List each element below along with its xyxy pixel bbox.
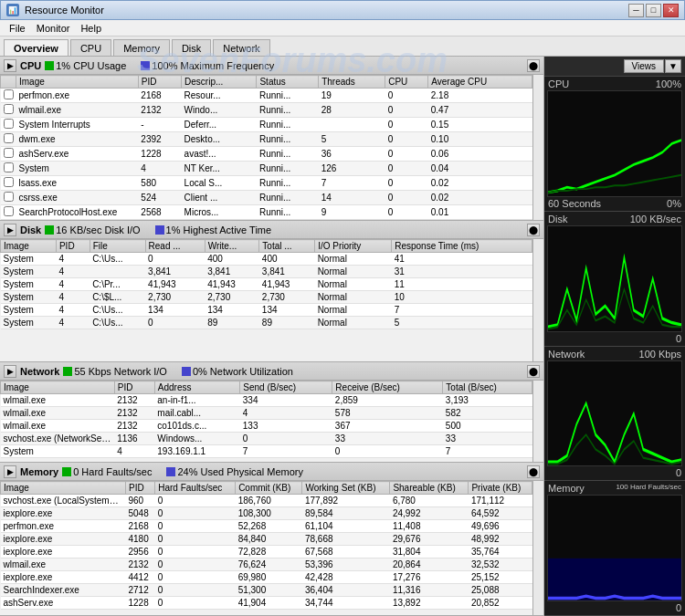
menu-monitor[interactable]: Monitor	[31, 22, 76, 35]
disk-scrollbar[interactable]	[532, 239, 543, 361]
table-row[interactable]: wlmail.exe 2132 Windo... Runni... 28 0 0…	[1, 103, 532, 118]
disk-col-file[interactable]: File	[90, 240, 145, 253]
table-row[interactable]: svchost.exe (LocalSystemNetwo... 960 0 1…	[1, 495, 532, 507]
network-expand-btn[interactable]: ⬤	[527, 365, 540, 378]
table-row[interactable]: System 4 3,841 3,841 3,841 Normal 31	[1, 266, 532, 278]
cpu-col-check[interactable]	[1, 76, 16, 89]
collapse-network-btn[interactable]: ▶	[4, 365, 16, 378]
table-row[interactable]: perfmon.exe 2168 Resour... Runni... 19 0…	[1, 89, 532, 103]
memory-scrollbar[interactable]	[532, 481, 543, 615]
table-row[interactable]: iexplore.exe 4180 0 84,840 78,668 29,676…	[1, 533, 532, 546]
cpu-col-desc[interactable]: Descrip...	[182, 76, 257, 89]
table-row[interactable]: System 4 C:\Pr... 41,943 41,943 41,943 N…	[1, 278, 532, 291]
table-row[interactable]: System 4 C:\Us... 0 89 89 Normal 5	[1, 317, 532, 329]
table-row[interactable]: System 4 NT Ker... Runni... 126 0 0.04	[1, 162, 532, 176]
collapse-cpu-btn[interactable]: ▶	[4, 59, 16, 72]
maximize-button[interactable]: □	[646, 4, 661, 17]
net-col-pid[interactable]: PID	[114, 381, 154, 394]
cpu-col-status[interactable]: Status	[257, 76, 319, 89]
mem-col-private[interactable]: Private (KB)	[469, 482, 532, 495]
row-checkbox[interactable]	[4, 104, 14, 114]
network-scrollbar[interactable]	[532, 381, 543, 462]
disk-col-response[interactable]: Response Time (ms)	[392, 240, 532, 253]
table-row[interactable]: wlmail.exe 2132 0 76,624 53,396 20,864 3…	[1, 559, 532, 571]
table-row[interactable]: System Interrupts - Deferr... Runni... 0…	[1, 118, 532, 132]
row-checkbox[interactable]	[4, 133, 14, 143]
tab-disk[interactable]: Disk	[172, 39, 211, 56]
cpu-col-threads[interactable]: Threads	[319, 76, 385, 89]
tab-cpu[interactable]: CPU	[70, 39, 111, 56]
net-col-send[interactable]: Send (B/sec)	[240, 381, 332, 394]
mem-col-commit[interactable]: Commit (KB)	[236, 482, 302, 495]
row-checkbox[interactable]	[4, 192, 14, 202]
minimize-button[interactable]: ─	[628, 4, 644, 17]
net-col-receive[interactable]: Receive (B/sec)	[332, 381, 443, 394]
window-title: Resource Monitor	[25, 5, 104, 16]
cpu-scrollbar[interactable]	[532, 75, 543, 220]
tab-memory[interactable]: Memory	[113, 39, 170, 56]
mem-col-pid[interactable]: PID	[125, 482, 154, 495]
network-graph-section: Network 100 Kbps 0	[544, 347, 685, 482]
table-row[interactable]: csrss.exe 524 Client ... Runni... 14 0 0…	[1, 191, 532, 205]
net-col-image[interactable]: Image	[1, 381, 115, 394]
mem-col-faults[interactable]: Hard Faults/sec	[155, 482, 236, 495]
close-button[interactable]: ✕	[663, 4, 679, 17]
cpu-col-cpu[interactable]: CPU	[385, 76, 428, 89]
disk-status1: 16 KB/sec Disk I/O	[56, 224, 140, 235]
menu-file[interactable]: File	[4, 22, 31, 35]
disk-col-image[interactable]: Image	[1, 240, 57, 253]
row-checkbox[interactable]	[4, 206, 14, 216]
disk-table: Image PID File Read ... Write... Total .…	[0, 239, 532, 329]
table-row[interactable]: System 4 C:\Us... 0 400 400 Normal 41	[1, 253, 532, 266]
table-row[interactable]: ashServ.exe 1228 0 41,904 34,744 13,892 …	[1, 597, 532, 610]
tab-overview[interactable]: Overview	[4, 39, 68, 56]
mem-col-image[interactable]: Image	[1, 482, 126, 495]
menu-help[interactable]: Help	[75, 22, 107, 35]
table-row[interactable]: iexplore.exe 2956 0 72,828 67,568 31,804…	[1, 546, 532, 559]
row-checkbox[interactable]	[4, 162, 14, 172]
cpu-col-avgcpu[interactable]: Average CPU	[428, 76, 532, 89]
table-row[interactable]: SearchIndexer.exe 2712 0 51,300 36,404 1…	[1, 584, 532, 597]
memory-expand-btn[interactable]: ⬤	[527, 465, 540, 478]
row-checkbox[interactable]	[4, 148, 14, 158]
table-row[interactable]: iexplore.exe 5048 0 108,300 89,584 24,99…	[1, 507, 532, 520]
table-row[interactable]: lsass.exe 580 Local S... Runni... 7 0 0.…	[1, 176, 532, 191]
table-row[interactable]: perfmon.exe 2168 0 52,268 61,104 11,408 …	[1, 520, 532, 533]
cpu-col-image[interactable]: Image	[16, 76, 139, 89]
table-row[interactable]: System 4 C:\$L... 2,730 2,730 2,730 Norm…	[1, 291, 532, 304]
net-col-total[interactable]: Total (B/sec)	[443, 381, 532, 394]
table-row[interactable]: wlmail.exe 2132 an-in-f1... 334 2,859 3,…	[1, 394, 532, 407]
table-row[interactable]: wlmail.exe 2132 co101ds.c... 133 367 500	[1, 420, 532, 433]
disk-expand-btn[interactable]: ⬤	[527, 224, 540, 236]
views-button[interactable]: Views	[624, 59, 665, 73]
disk-col-read[interactable]: Read ...	[145, 240, 205, 253]
network-graph-scale: 100 Kbps	[639, 349, 681, 360]
row-checkbox[interactable]	[4, 119, 14, 129]
row-checkbox[interactable]	[4, 89, 14, 99]
table-row[interactable]: dwm.exe 2392 Deskto... Runni... 5 0 0.10	[1, 132, 532, 147]
table-row[interactable]: wlmail.exe 2132 mail.cabl... 4 578 582	[1, 407, 532, 420]
memory-table: Image PID Hard Faults/sec Commit (KB) Wo…	[0, 481, 532, 610]
mem-col-shareable[interactable]: Shareable (KB)	[390, 482, 469, 495]
table-row[interactable]: iexplore.exe 4412 0 69,980 42,428 17,276…	[1, 571, 532, 584]
cpu-expand-btn[interactable]: ⬤	[527, 59, 540, 72]
memory-status1: 0 Hard Faults/sec	[73, 466, 152, 477]
tab-network[interactable]: Network	[213, 39, 269, 56]
views-dropdown-btn[interactable]: ▼	[665, 59, 681, 73]
table-row[interactable]: System 4 193.169.1.1 7 0 7	[1, 445, 532, 458]
collapse-disk-btn[interactable]: ▶	[4, 224, 16, 236]
cpu-col-pid[interactable]: PID	[138, 76, 181, 89]
mem-col-workingset[interactable]: Working Set (KB)	[302, 482, 390, 495]
disk-col-priority[interactable]: I/O Priority	[315, 240, 392, 253]
table-row[interactable]: svchost.exe (NetworkService) 1136 Window…	[1, 433, 532, 445]
disk-col-total[interactable]: Total ...	[259, 240, 315, 253]
table-row[interactable]: System 4 C:\Us... 134 134 134 Normal 7	[1, 304, 532, 317]
disk-col-write[interactable]: Write...	[205, 240, 259, 253]
collapse-memory-btn[interactable]: ▶	[4, 465, 16, 478]
table-row[interactable]: SearchProtocolHost.exe 2568 Micros... Ru…	[1, 205, 532, 220]
table-row[interactable]: ashServ.exe 1228 avast!... Runni... 36 0…	[1, 147, 532, 162]
disk-col-pid[interactable]: PID	[56, 240, 90, 253]
row-checkbox[interactable]	[4, 177, 14, 187]
net-col-address[interactable]: Address	[154, 381, 239, 394]
memory-status2: 24% Used Physical Memory	[177, 466, 303, 477]
